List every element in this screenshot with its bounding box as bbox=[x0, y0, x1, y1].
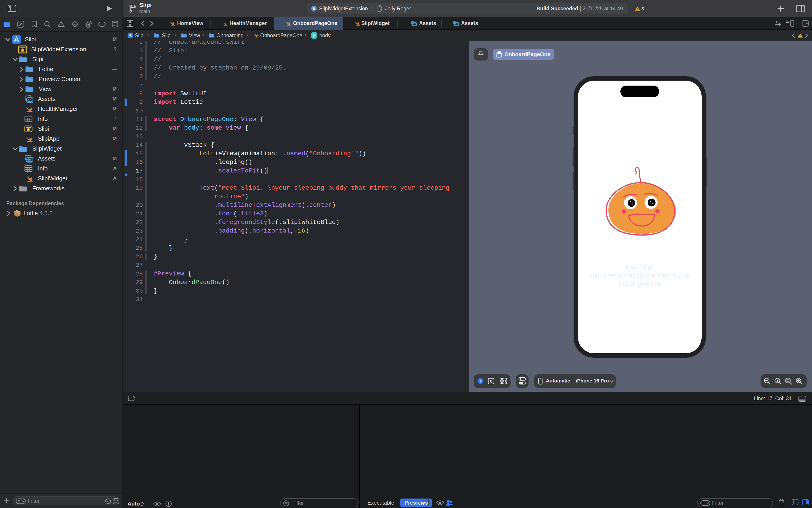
svg-text:1: 1 bbox=[776, 379, 778, 382]
